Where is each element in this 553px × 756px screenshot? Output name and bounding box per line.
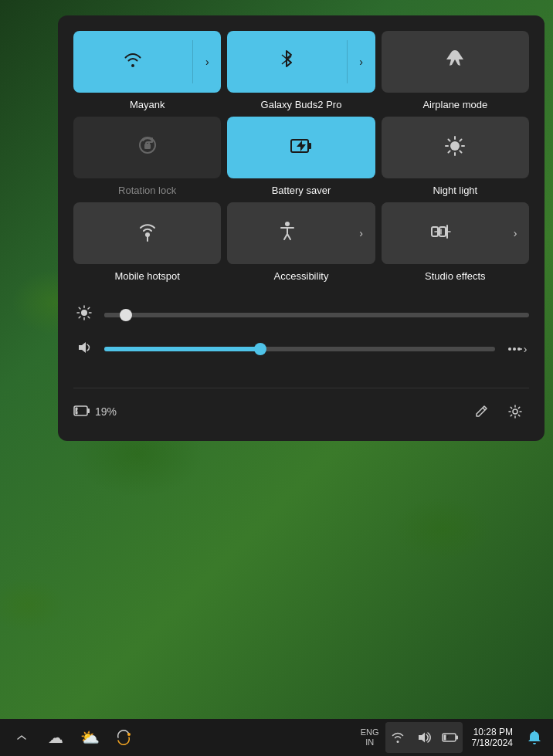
svg-point-37: [513, 409, 517, 414]
weather-cloud-icon[interactable]: ☁: [40, 722, 71, 753]
studio-toggle[interactable]: [382, 202, 501, 264]
bottom-action-buttons: [467, 398, 529, 425]
quick-settings-panel: › Mayank: [58, 15, 545, 441]
mobile-hotspot-tile[interactable]: Mobile hotspot: [73, 202, 221, 282]
weather-partly-cloudy-icon[interactable]: ⛅: [74, 722, 105, 753]
clock-time: 10:28 PM: [473, 727, 513, 737]
battery-saver-icon: [290, 136, 313, 159]
language-line1: ENG: [361, 727, 379, 737]
accessibility-label: Accessibility: [274, 270, 329, 282]
system-tray-active: [385, 722, 463, 753]
battery-saver-inner: [227, 117, 375, 178]
svg-line-25: [79, 307, 80, 309]
svg-rect-41: [443, 735, 446, 741]
rotation-lock-tile[interactable]: Rotation lock: [73, 117, 221, 196]
studio-arrow-btn[interactable]: ›: [501, 202, 529, 264]
accessibility-inner: ›: [227, 202, 375, 264]
accessibility-arrow-icon: ›: [359, 227, 363, 239]
tray-wifi-icon[interactable]: [385, 722, 410, 753]
wifi-arrow-btn[interactable]: ›: [193, 31, 221, 93]
settings-button[interactable]: [501, 398, 529, 425]
clock-date: 7/18/2024: [472, 737, 513, 748]
night-light-icon: [444, 135, 466, 160]
battery-percent: 19%: [95, 405, 117, 418]
night-light-inner: [382, 117, 529, 178]
studio-effects-icon: [430, 222, 452, 244]
bluetooth-toggle[interactable]: [227, 31, 346, 93]
night-light-tile[interactable]: Night light: [382, 117, 529, 196]
qs-bottom-bar: 19%: [73, 388, 529, 425]
tray-volume-icon[interactable]: [412, 722, 436, 753]
bluetooth-icon: [279, 49, 294, 74]
taskbar-left-area: ☁ ⛅: [6, 722, 139, 753]
svg-rect-34: [87, 409, 90, 413]
studio-arrow-icon: ›: [514, 227, 517, 239]
bluetooth-label: Galaxy Buds2 Pro: [261, 99, 342, 110]
svg-line-26: [88, 317, 90, 318]
svg-point-38: [127, 733, 131, 736]
taskbar-right-area: ENG IN: [358, 722, 547, 753]
rotation-lock-icon: [137, 134, 158, 161]
svg-point-5: [450, 141, 460, 151]
svg-point-16: [285, 222, 290, 226]
bluetooth-arrow-btn[interactable]: ›: [348, 31, 375, 93]
wifi-icon: [123, 51, 143, 73]
volume-icon: [73, 340, 95, 359]
brightness-track[interactable]: [104, 313, 529, 317]
volume-settings-button[interactable]: ›: [504, 337, 529, 361]
brightness-slider-row: [73, 305, 529, 324]
volume-arrow-icon: ›: [524, 343, 528, 355]
svg-rect-4: [308, 143, 311, 149]
clock-area[interactable]: 10:28 PM 7/18/2024: [466, 722, 519, 753]
night-light-label: Night light: [433, 185, 477, 196]
volume-slider-row: ›: [73, 337, 529, 361]
battery-saver-label: Battery saver: [272, 185, 331, 196]
tray-battery-icon[interactable]: [438, 722, 463, 753]
edit-button[interactable]: [467, 398, 495, 425]
volume-thumb[interactable]: [254, 343, 266, 355]
svg-rect-18: [439, 227, 446, 236]
studio-effects-tile[interactable]: › Studio effects: [382, 202, 529, 282]
accessibility-tile[interactable]: › Accessibility: [227, 202, 375, 282]
svg-line-13: [460, 140, 462, 141]
airplane-tile[interactable]: Airplane mode: [382, 31, 529, 110]
accessibility-toggle[interactable]: [227, 202, 347, 264]
svg-line-10: [449, 140, 450, 141]
chevron-up-button[interactable]: [6, 722, 37, 753]
svg-line-27: [79, 317, 80, 318]
svg-line-36: [483, 408, 485, 410]
svg-rect-40: [456, 736, 458, 740]
studio-inner: ›: [382, 202, 529, 264]
svg-line-28: [88, 307, 90, 309]
mobile-hotspot-label: Mobile hotspot: [114, 270, 180, 282]
accessibility-arrow-btn[interactable]: ›: [348, 202, 375, 264]
wifi-toggle[interactable]: [73, 31, 192, 93]
volume-track[interactable]: [104, 347, 495, 351]
svg-point-20: [81, 310, 87, 316]
mobile-hotspot-icon: [137, 221, 158, 246]
battery-status: 19%: [73, 404, 117, 420]
svg-point-29: [508, 347, 511, 351]
wifi-tile[interactable]: › Mayank: [73, 31, 221, 110]
accessibility-icon: [278, 221, 297, 246]
bluetooth-arrow-icon: ›: [359, 56, 363, 68]
rotation-lock-label: Rotation lock: [118, 185, 176, 196]
language-line2: IN: [365, 737, 374, 748]
brightness-thumb[interactable]: [120, 309, 132, 321]
tile-grid: › Mayank: [73, 31, 529, 282]
battery-status-icon: [73, 404, 90, 420]
brightness-icon: [73, 305, 95, 324]
wifi-label: Mayank: [130, 99, 165, 110]
svg-point-30: [513, 347, 516, 351]
hotspot-inner: [73, 202, 221, 264]
bluetooth-tile[interactable]: › Galaxy Buds2 Pro: [227, 31, 375, 110]
airplane-inner: [382, 31, 529, 93]
sliders-section: ›: [73, 297, 529, 381]
airplane-icon: [444, 49, 466, 76]
svg-line-12: [449, 151, 450, 152]
language-indicator[interactable]: ENG IN: [358, 727, 382, 748]
battery-saver-tile[interactable]: Battery saver: [227, 117, 375, 196]
sync-icon[interactable]: [108, 722, 139, 753]
notification-button[interactable]: [522, 722, 547, 753]
rotation-inner: [73, 117, 221, 178]
